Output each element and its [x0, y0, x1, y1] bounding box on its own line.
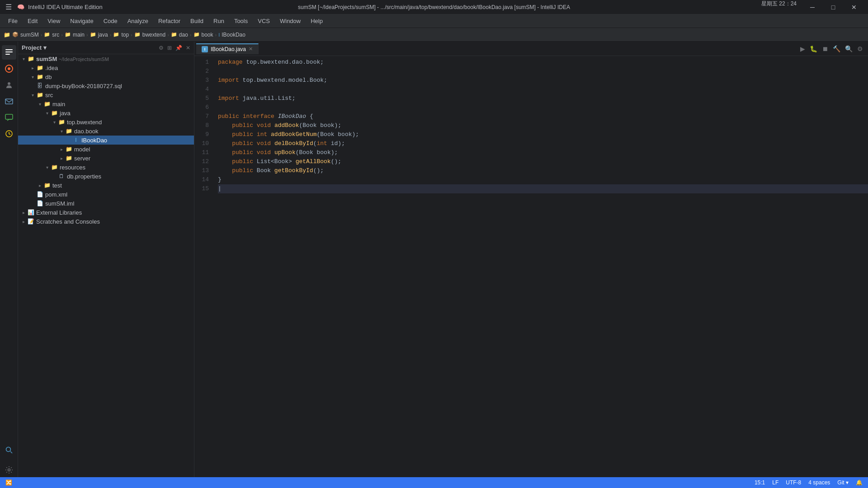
expand-arrow-db[interactable]: ▾	[29, 73, 36, 80]
breadcrumb-top[interactable]: 📁 top	[113, 32, 129, 38]
sidebar-expand-icon[interactable]: ⊞	[167, 45, 172, 51]
line-separator[interactable]: LF	[772, 479, 778, 486]
breadcrumb-sumSM[interactable]: 📦 sumSM	[12, 32, 39, 38]
breadcrumb-java[interactable]: 📁 java	[90, 32, 108, 38]
sidebar-settings-icon[interactable]: ⚙	[159, 45, 164, 51]
tree-item-sql[interactable]: 🗄 dump-buyBook-20180727.sql	[18, 81, 194, 90]
tree-item-pom-xml[interactable]: ▸ 📄 pom.xml	[18, 190, 194, 199]
tree-item-model[interactable]: ▸ 📁 model	[18, 145, 194, 154]
expand-arrow-server[interactable]: ▸	[58, 155, 65, 162]
expand-arrow-top-bwextend[interactable]: ▾	[51, 118, 58, 126]
menu-tools[interactable]: Tools	[230, 16, 252, 26]
cursor-position[interactable]: 15:1	[755, 479, 765, 486]
activity-person[interactable]	[2, 78, 16, 92]
expand-arrow-model[interactable]: ▸	[58, 145, 65, 153]
code-editor[interactable]: 1 2 3 4 5 6 7 8 9 10 11 12 13 14 15 pa	[194, 56, 868, 477]
activity-chrome[interactable]	[2, 61, 16, 76]
menu-window[interactable]: Window	[275, 16, 305, 26]
tab-close-button[interactable]: ✕	[249, 46, 253, 52]
expand-arrow-idea[interactable]: ▸	[29, 64, 36, 71]
menu-analyze[interactable]: Analyze	[123, 16, 153, 26]
tree-label-dao-book: dao.book	[74, 128, 99, 135]
tree-item-resources[interactable]: ▾ 📁 resources	[18, 163, 194, 172]
expand-arrow-sumSM[interactable]: ▾	[20, 55, 27, 62]
breadcrumb-ibookdao[interactable]: I IBookDao	[218, 32, 245, 38]
activity-project[interactable]	[2, 45, 16, 60]
breadcrumb-bar: 📁 📦 sumSM › 📁 src › 📁 main › 📁 java › 📁 …	[0, 28, 868, 42]
git-branch[interactable]: Git ▾	[837, 479, 849, 486]
menu-navigate[interactable]: Navigate	[66, 16, 98, 26]
code-content[interactable]: package top.bwextend.dao.book; import to…	[212, 56, 868, 477]
tab-ibookdao[interactable]: I IBookDao.java ✕	[196, 43, 259, 54]
tree-item-top-bwextend[interactable]: ▾ 📁 top.bwextend	[18, 117, 194, 127]
menu-view[interactable]: View	[43, 16, 65, 26]
file-icon-pom: 📄	[36, 191, 43, 198]
expand-arrow-external-libs[interactable]: ▸	[20, 209, 27, 216]
sidebar-pin-icon[interactable]: 📌	[175, 45, 182, 51]
tree-item-dao-book[interactable]: ▾ 📁 dao.book	[18, 127, 194, 136]
run-button[interactable]: ▶	[799, 44, 807, 54]
close-button[interactable]: ✕	[844, 0, 864, 14]
settings-icon[interactable]: ⚙	[856, 44, 864, 54]
tree-item-sumSM[interactable]: ▾ 📁 sumSM ~/IdeaProjects/sumSM	[18, 54, 194, 63]
build-button[interactable]: 🔨	[831, 44, 842, 54]
tree-item-ibookdao[interactable]: ▸ I IBookDao	[18, 136, 194, 145]
stop-button[interactable]: ⏹	[821, 44, 830, 54]
search-everywhere-icon[interactable]: 🔍	[844, 44, 854, 54]
menu-help[interactable]: Help	[306, 16, 327, 26]
folder-icon-model: 📁	[65, 145, 72, 153]
activity-settings[interactable]	[2, 463, 16, 477]
menu-vcs[interactable]: VCS	[253, 16, 274, 26]
menu-refactor[interactable]: Refactor	[154, 16, 185, 26]
debug-button[interactable]: 🐛	[808, 44, 819, 54]
tree-item-db[interactable]: ▾ 📁 db	[18, 72, 194, 81]
menu-edit[interactable]: Edit	[23, 16, 42, 26]
tree-item-db-properties[interactable]: ▸ 🗒 db.properties	[18, 172, 194, 181]
kw-int-9: int	[257, 130, 267, 139]
breadcrumb-sep-7: ›	[190, 32, 192, 38]
tree-item-test[interactable]: ▸ 📁 test	[18, 181, 194, 190]
activity-clock[interactable]	[2, 127, 16, 141]
expand-arrow-resources[interactable]: ▾	[43, 164, 51, 171]
tree-item-external-libs[interactable]: ▸ 📊 External Libraries	[18, 208, 194, 217]
menu-icon[interactable]: ☰	[4, 3, 14, 11]
restore-button[interactable]: □	[823, 0, 844, 14]
breadcrumb-src[interactable]: 📁 src	[44, 32, 59, 38]
menu-file[interactable]: File	[4, 16, 22, 26]
svg-point-9	[6, 447, 10, 452]
activity-email[interactable]	[2, 94, 16, 108]
tree-item-sumSM-iml[interactable]: ▸ 📄 sumSM.iml	[18, 199, 194, 208]
menu-code[interactable]: Code	[99, 16, 122, 26]
tree-item-server[interactable]: ▸ 📁 server	[18, 154, 194, 163]
kw-void-11: void	[257, 148, 271, 157]
file-encoding[interactable]: UTF-8	[786, 479, 801, 486]
breadcrumb-main[interactable]: 📁 main	[65, 32, 85, 38]
expand-arrow-scratches[interactable]: ▸	[20, 218, 27, 225]
folder-icon-dao-book: 📁	[65, 127, 72, 135]
expand-arrow-java-folder[interactable]: ▾	[43, 109, 51, 117]
breadcrumb-bwextend[interactable]: 📁 bwextend	[134, 32, 165, 38]
minimize-button[interactable]: ─	[802, 0, 823, 14]
notifications-icon[interactable]: 🔔	[856, 479, 863, 486]
breadcrumb-dao[interactable]: 📁 dao	[171, 32, 188, 38]
tab-label: IBookDao.java	[211, 46, 246, 52]
menu-build[interactable]: Build	[186, 16, 208, 26]
expand-arrow-main[interactable]: ▾	[36, 100, 43, 108]
expand-arrow-test[interactable]: ▸	[36, 182, 43, 189]
tree-label-resources: resources	[60, 164, 85, 171]
expand-arrow-src[interactable]: ▾	[29, 91, 36, 99]
tree-item-java-folder[interactable]: ▾ 📁 java	[18, 108, 194, 117]
kw-public-8: public	[232, 121, 253, 130]
tree-item-scratches[interactable]: ▸ 📝 Scratches and Consoles	[18, 217, 194, 226]
expand-arrow-dao-book[interactable]: ▾	[58, 127, 65, 135]
activity-search[interactable]	[2, 443, 16, 457]
activity-chat[interactable]	[2, 110, 16, 125]
breadcrumb-book[interactable]: 📁 book	[193, 32, 213, 38]
tree-item-main[interactable]: ▾ 📁 main	[18, 99, 194, 108]
menu-run[interactable]: Run	[209, 16, 229, 26]
breadcrumb-sep-1: ›	[41, 32, 42, 38]
window-title: sumSM [~/IdeaProjects/sumSM] - .../src/m…	[298, 4, 570, 10]
tree-item-idea[interactable]: ▸ 📁 .idea	[18, 63, 194, 72]
sidebar-close-icon[interactable]: ✕	[186, 45, 190, 51]
tree-item-src[interactable]: ▾ 📁 src	[18, 90, 194, 99]
